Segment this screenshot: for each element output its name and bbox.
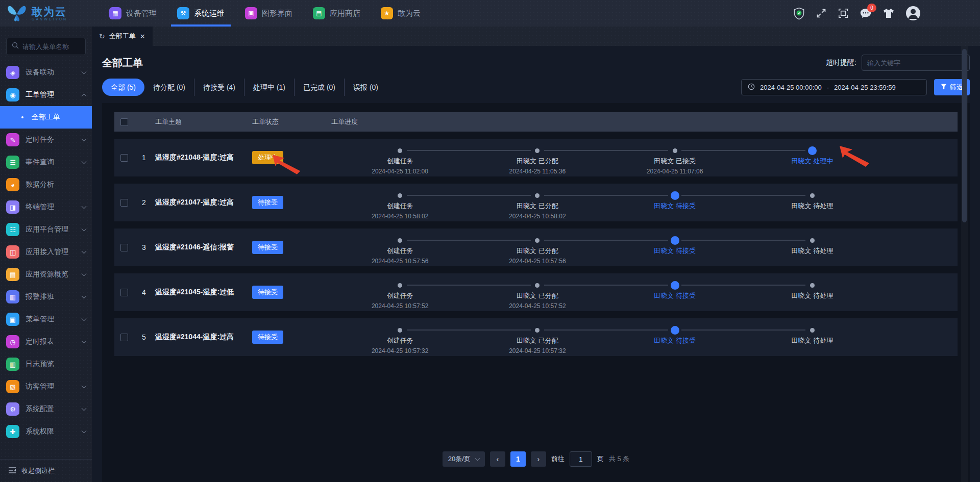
- progress-step: 田晓文 待处理: [744, 324, 881, 354]
- collapse-sidebar-button[interactable]: 收起侧边栏: [0, 459, 92, 482]
- sidebar-item-work-order[interactable]: ◉工单管理: [0, 84, 92, 106]
- sidebar-item-system-config[interactable]: ⚙系统配置: [0, 398, 92, 420]
- date-end: 2024-04-25 23:59:59: [834, 84, 896, 91]
- row-checkbox[interactable]: [120, 199, 128, 207]
- progress-step: 田晓文 处理中: [744, 145, 881, 175]
- log-preview-icon: ▥: [6, 358, 19, 371]
- chevron-down-icon: [475, 456, 480, 461]
- progress-step: 田晓文 待接受: [606, 235, 744, 265]
- progress-step: 田晓文 已分配2024-04-25 10:58:02: [469, 190, 606, 220]
- nav-device-management[interactable]: ▦设备管理: [99, 0, 167, 27]
- prev-page-button[interactable]: ‹: [490, 451, 505, 467]
- sidebar-item-system-permission[interactable]: ✚系统权限: [0, 420, 92, 443]
- table-row: 5温湿度#21044-温度:过高待接受创建任务2024-04-25 10:57:…: [114, 318, 958, 356]
- nav-ganweiyun[interactable]: ★敢为云: [371, 0, 431, 27]
- step-time: 2024-04-25 11:05:36: [509, 168, 566, 175]
- security-shield-icon[interactable]: [793, 7, 805, 20]
- tab-refresh-icon[interactable]: ↻: [99, 32, 105, 40]
- sidebar-item-scheduled-report[interactable]: ◷定时报表: [0, 331, 92, 353]
- row-checkbox[interactable]: [120, 154, 128, 162]
- chevron-down-icon: [82, 69, 87, 74]
- sidebar-item-label: 访客管理: [26, 382, 54, 391]
- header-subject: 工单主题: [155, 117, 252, 126]
- chevron-down-icon: [82, 248, 87, 253]
- app-logo[interactable]: 敢为云 GANWEIYUN: [0, 2, 92, 24]
- page-unit-label: 页: [597, 454, 604, 464]
- status-badge: 待接受: [252, 286, 283, 299]
- logo-title: 敢为云: [32, 6, 67, 17]
- collapse-label: 收起侧边栏: [21, 466, 55, 475]
- fullscreen-icon[interactable]: [816, 8, 827, 19]
- filter-tab[interactable]: 待分配 (0): [144, 79, 194, 96]
- order-subject: 温湿度#21046-遥信:报警: [155, 243, 252, 252]
- progress-step: 创建任务2024-04-25 10:57:32: [331, 324, 469, 354]
- row-checkbox[interactable]: [120, 334, 128, 341]
- message-count-badge: 0: [867, 4, 876, 12]
- sidebar-item-scheduled-task[interactable]: ✎定时任务: [0, 129, 92, 151]
- step-dot: [808, 146, 817, 155]
- sidebar-item-app-access-management[interactable]: ◫应用接入管理: [0, 241, 92, 263]
- user-avatar[interactable]: [905, 6, 921, 21]
- sidebar-item-app-platform-management[interactable]: ☷应用平台管理: [0, 218, 92, 241]
- menu-management-icon: ▣: [6, 313, 19, 326]
- nav-system-ops[interactable]: ⚒系统运维: [167, 0, 235, 27]
- vertical-scrollbar[interactable]: [961, 46, 968, 482]
- sidebar-item-alarm-schedule[interactable]: ▦报警排班: [0, 286, 92, 308]
- app-access-management-icon: ◫: [6, 245, 19, 259]
- sidebar-item-log-preview[interactable]: ▥日志预览: [0, 353, 92, 375]
- sidebar-item-label: 定时报表: [26, 337, 54, 346]
- pagination: 20条/页 ‹ 1 › 前往 页 共 5 条: [114, 442, 958, 475]
- filter-tab[interactable]: 误报 (0): [344, 79, 387, 96]
- sidebar-item-menu-management[interactable]: ▣菜单管理: [0, 308, 92, 331]
- status-badge: 待接受: [252, 196, 283, 209]
- nav-graphic-interface[interactable]: ▣图形界面: [235, 0, 303, 27]
- filter-tab[interactable]: 待接受 (4): [194, 79, 244, 96]
- page-size-select[interactable]: 20条/页: [443, 451, 485, 467]
- chevron-down-icon: [82, 136, 87, 141]
- work-order-icon: ◉: [6, 88, 19, 102]
- step-dot: [398, 238, 402, 243]
- nav-label: 敢为云: [398, 9, 421, 18]
- sidebar-item-app-resource-overview[interactable]: ▤应用资源概览: [0, 263, 92, 286]
- filter-tab[interactable]: 已完成 (0): [294, 79, 344, 96]
- sidebar-item-visitor-management[interactable]: ▧访客管理: [0, 375, 92, 398]
- progress-step: 创建任务2024-04-25 10:57:56: [331, 235, 469, 265]
- sidebar-item-data-analysis[interactable]: ◕数据分析: [0, 173, 92, 196]
- tab-all-orders[interactable]: ↻ 全部工单 ✕: [92, 27, 153, 46]
- progress-step: 田晓文 已分配2024-04-25 10:57:32: [469, 324, 606, 354]
- row-checkbox[interactable]: [120, 244, 128, 251]
- sidebar-item-label: 数据分析: [26, 180, 54, 189]
- keyword-input[interactable]: [862, 55, 970, 71]
- step-dot: [673, 148, 677, 153]
- theme-shirt-icon[interactable]: [883, 8, 895, 19]
- progress-step: 田晓文 待接受: [606, 324, 744, 354]
- tab-close-icon[interactable]: ✕: [140, 33, 145, 40]
- sidebar-item-device-linkage[interactable]: ◈设备联动: [0, 61, 92, 84]
- app-platform-management-icon: ☷: [6, 223, 19, 236]
- row-index: 3: [133, 243, 155, 251]
- row-checkbox[interactable]: [120, 289, 128, 296]
- filter-tab[interactable]: 处理中 (1): [244, 79, 294, 96]
- nav-app-store[interactable]: ▤应用商店: [303, 0, 371, 27]
- menu-search-input[interactable]: [22, 43, 80, 50]
- chevron-down-icon: [82, 316, 87, 321]
- next-page-button[interactable]: ›: [531, 451, 546, 467]
- nav-label: 系统运维: [194, 9, 225, 18]
- sidebar-item-label: 定时任务: [26, 135, 54, 144]
- capture-frame-icon[interactable]: [838, 8, 849, 19]
- date-range-picker[interactable]: 2024-04-25 00:00:00 - 2024-04-25 23:59:5…: [741, 79, 927, 95]
- sidebar-subitem-all-orders[interactable]: 全部工单: [0, 106, 92, 129]
- message-icon[interactable]: 0: [860, 8, 872, 19]
- goto-page-input[interactable]: [570, 451, 592, 467]
- table-row: 2温湿度#21047-温度:过高待接受创建任务2024-04-25 10:58:…: [114, 184, 958, 221]
- scheduled-task-icon: ✎: [6, 133, 19, 146]
- sidebar-item-terminal-management[interactable]: ◨终端管理: [0, 196, 92, 218]
- step-label: 田晓文 已分配: [517, 291, 558, 300]
- filter-tab[interactable]: 全部 (5): [102, 79, 144, 96]
- nav-label: 应用商店: [330, 9, 360, 18]
- step-time: 2024-04-25 10:58:02: [372, 213, 428, 220]
- select-all-checkbox[interactable]: [120, 118, 128, 126]
- page-number-button[interactable]: 1: [510, 451, 526, 467]
- sidebar-item-event-query[interactable]: ☰事件查询: [0, 151, 92, 173]
- row-index: 2: [133, 198, 155, 207]
